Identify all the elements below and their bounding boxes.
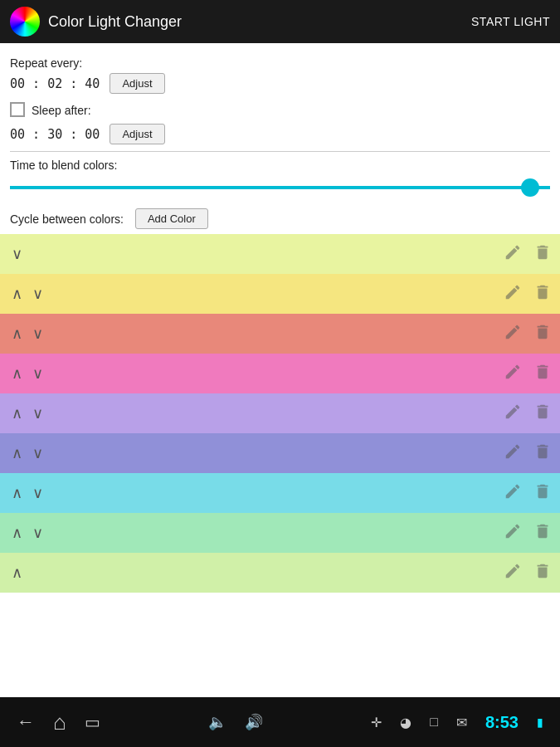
delete-color-button[interactable] xyxy=(533,363,552,385)
delete-color-button[interactable] xyxy=(533,243,552,266)
color-row: ∧∨ xyxy=(0,433,560,473)
start-light-button[interactable]: START LIGHT xyxy=(471,15,550,28)
edit-color-button[interactable] xyxy=(504,323,522,345)
mail-icon: ✉ xyxy=(456,715,467,730)
sleep-time-row: 00 : 30 : 00 Adjust xyxy=(10,124,550,144)
delete-color-button[interactable] xyxy=(533,522,552,544)
delete-color-button[interactable] xyxy=(533,283,552,305)
color-row-actions xyxy=(504,403,552,425)
time-display: 8:53 xyxy=(485,713,519,732)
nav-right: ✛ ◕ □ ✉ 8:53 ▮ xyxy=(371,713,543,732)
edit-color-button[interactable] xyxy=(504,403,522,425)
edit-color-button[interactable] xyxy=(504,243,522,266)
sleep-time-value: 00 : 30 : 00 xyxy=(10,127,100,142)
repeat-label: Repeat every: xyxy=(10,56,550,70)
main-content: Repeat every: 00 : 02 : 40 Adjust Sleep … xyxy=(0,43,560,229)
color-row: ∧∨ xyxy=(0,513,560,553)
back-icon[interactable]: ← xyxy=(17,711,35,733)
move-up-button[interactable]: ∧ xyxy=(8,286,26,301)
move-up-button[interactable]: ∧ xyxy=(8,326,26,341)
vol-down-icon[interactable]: 🔈 xyxy=(208,713,226,731)
delete-color-button[interactable] xyxy=(533,482,552,505)
sleep-checkbox[interactable] xyxy=(10,102,25,117)
repeat-time-value: 00 : 02 : 40 xyxy=(10,76,100,91)
edit-color-button[interactable] xyxy=(504,442,522,465)
move-up-button[interactable]: ∧ xyxy=(8,525,26,540)
battery-icon: ▮ xyxy=(537,715,543,729)
edit-color-button[interactable] xyxy=(504,482,522,505)
color-row-arrows: ∧∨ xyxy=(8,525,46,540)
add-color-button[interactable]: Add Color xyxy=(135,208,208,229)
bottom-nav: ← ⌂ ▭ 🔈 🔊 ✛ ◕ □ ✉ 8:53 ▮ xyxy=(0,697,560,747)
edit-color-button[interactable] xyxy=(504,283,522,305)
color-row: ∧∨ xyxy=(0,473,560,513)
vol-up-icon[interactable]: 🔊 xyxy=(245,713,263,731)
move-down-button[interactable]: ∨ xyxy=(29,486,46,500)
color-row-arrows: ∧∨ xyxy=(8,326,46,341)
color-row-arrows: ∧∨ xyxy=(8,286,46,301)
app-logo xyxy=(10,7,40,37)
cycle-row: Cycle between colors: Add Color xyxy=(10,208,550,229)
sleep-adjust-button[interactable]: Adjust xyxy=(110,124,164,144)
move-up-button[interactable]: ∧ xyxy=(8,366,26,381)
delete-color-button[interactable] xyxy=(533,562,552,584)
color-row-actions xyxy=(504,363,552,385)
move-up-button[interactable]: ∧ xyxy=(8,565,26,580)
color-row-actions xyxy=(504,562,552,584)
nav-center: 🔈 🔊 xyxy=(208,713,263,731)
cycle-label: Cycle between colors: xyxy=(10,212,124,226)
color-row-actions xyxy=(504,522,552,544)
divider xyxy=(10,151,550,152)
nav-left: ← ⌂ ▭ xyxy=(17,710,100,735)
color-row: ∧ xyxy=(0,553,560,593)
delete-color-button[interactable] xyxy=(533,323,552,345)
top-bar-left: Color Light Changer xyxy=(10,7,182,37)
move-down-button[interactable]: ∨ xyxy=(29,286,46,301)
android-icon: ◕ xyxy=(400,715,411,730)
color-row-arrows: ∧∨ xyxy=(8,366,46,381)
color-row: ∧∨ xyxy=(0,393,560,433)
blend-label: Time to blend colors: xyxy=(10,159,550,172)
move-down-button[interactable]: ∨ xyxy=(29,406,46,421)
color-row-actions xyxy=(504,323,552,345)
move-down-button[interactable]: ∨ xyxy=(29,525,46,540)
color-row: ∨ xyxy=(0,234,560,274)
delete-color-button[interactable] xyxy=(533,442,552,465)
color-row-arrows: ∧ xyxy=(8,565,26,580)
edit-color-button[interactable] xyxy=(504,562,522,584)
color-row-arrows: ∧∨ xyxy=(8,486,46,500)
color-row-actions xyxy=(504,243,552,266)
color-row-arrows: ∨ xyxy=(8,247,26,261)
recents-icon[interactable]: ▭ xyxy=(85,712,100,732)
sleep-label: Sleep after: xyxy=(32,104,91,117)
blend-slider[interactable] xyxy=(10,186,550,189)
edit-color-button[interactable] xyxy=(504,363,522,385)
blend-slider-container xyxy=(10,175,550,200)
color-row: ∧∨ xyxy=(0,274,560,314)
edit-color-button[interactable] xyxy=(504,522,522,544)
sleep-row: Sleep after: xyxy=(10,99,550,120)
color-row-arrows: ∧∨ xyxy=(8,446,46,461)
move-up-button[interactable]: ∧ xyxy=(8,446,26,461)
move-down-button[interactable]: ∨ xyxy=(29,326,46,341)
color-row: ∧∨ xyxy=(0,314,560,354)
color-row-actions xyxy=(504,482,552,505)
move-down-button[interactable]: ∨ xyxy=(8,247,26,261)
usb-icon: ✛ xyxy=(371,715,382,730)
delete-color-button[interactable] xyxy=(533,403,552,425)
color-row-actions xyxy=(504,283,552,305)
color-rows-container: ∨ ∧∨ ∧∨ ∧∨ ∧∨ ∧∨ ∧∨ ∧∨ ∧ xyxy=(0,234,560,593)
move-up-button[interactable]: ∧ xyxy=(8,406,26,421)
move-up-button[interactable]: ∧ xyxy=(8,486,26,500)
move-down-button[interactable]: ∨ xyxy=(29,366,46,381)
move-down-button[interactable]: ∨ xyxy=(29,446,46,461)
color-row-actions xyxy=(504,442,552,465)
blend-section: Time to blend colors: xyxy=(10,159,550,200)
color-row-arrows: ∧∨ xyxy=(8,406,46,421)
repeat-time-row: 00 : 02 : 40 Adjust xyxy=(10,73,550,94)
home-icon[interactable]: ⌂ xyxy=(53,710,66,735)
repeat-adjust-button[interactable]: Adjust xyxy=(110,73,164,94)
camera-icon: □ xyxy=(430,715,438,730)
color-row: ∧∨ xyxy=(0,354,560,393)
top-bar: Color Light Changer START LIGHT xyxy=(0,0,560,43)
